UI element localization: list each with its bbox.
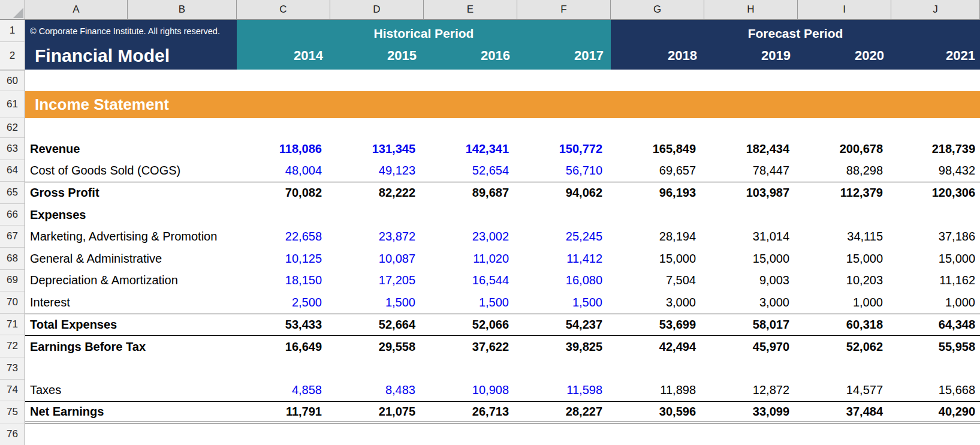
value-cell[interactable] (330, 204, 424, 226)
year-header-2017[interactable]: 2017 (517, 42, 611, 70)
value-cell[interactable]: 1,500 (517, 291, 611, 314)
row-header-74[interactable]: 74 (0, 380, 25, 402)
value-cell[interactable]: 89,687 (424, 182, 517, 204)
value-cell[interactable]: 78,447 (704, 160, 798, 182)
value-cell[interactable]: 1,500 (424, 291, 517, 314)
year-header-2014[interactable]: 2014 (237, 42, 330, 70)
row-label-cell[interactable]: Marketing, Advertising & Promotion (25, 225, 237, 248)
row-header-64[interactable]: 64 (0, 160, 25, 182)
value-cell[interactable]: 12,872 (704, 380, 798, 402)
value-cell[interactable]: 23,872 (330, 225, 424, 248)
value-cell[interactable]: 3,000 (704, 291, 798, 314)
value-cell[interactable]: 25,245 (517, 225, 611, 248)
value-cell[interactable]: 11,412 (517, 248, 611, 270)
value-cell[interactable]: 31,014 (704, 225, 798, 248)
year-header-2018[interactable]: 2018 (611, 42, 704, 70)
value-cell[interactable]: 7,504 (611, 270, 704, 292)
value-cell[interactable]: 200,678 (798, 138, 891, 160)
value-cell[interactable]: 3,000 (611, 291, 704, 314)
row-label-cell[interactable]: Cost of Goods Sold (COGS) (25, 160, 237, 182)
value-cell[interactable]: 120,306 (891, 182, 980, 204)
row-header-72[interactable]: 72 (0, 335, 25, 357)
row-header-60[interactable]: 60 (0, 71, 25, 91)
value-cell[interactable]: 39,825 (517, 336, 611, 357)
value-cell[interactable]: 55,958 (891, 336, 980, 357)
column-header-C[interactable]: C (237, 0, 330, 20)
row-label-cell[interactable]: Gross Profit (25, 182, 237, 204)
value-cell[interactable]: 53,433 (237, 314, 330, 336)
value-cell[interactable]: 10,203 (798, 270, 891, 292)
row-label-cell[interactable]: Total Expenses (25, 314, 237, 336)
column-header-J[interactable]: J (891, 0, 980, 20)
value-cell[interactable]: 11,020 (424, 248, 517, 270)
row-header-63[interactable]: 63 (0, 138, 25, 160)
value-cell[interactable]: 142,341 (424, 138, 517, 160)
value-cell[interactable]: 26,713 (424, 402, 517, 422)
value-cell[interactable]: 30,596 (611, 402, 704, 422)
value-cell[interactable]: 70,082 (237, 182, 330, 204)
value-cell[interactable]: 11,898 (611, 380, 704, 402)
row-header-71[interactable]: 71 (0, 314, 25, 336)
column-header-A[interactable]: A (25, 0, 128, 20)
value-cell[interactable]: 22,658 (237, 225, 330, 248)
value-cell[interactable]: 1,500 (330, 291, 424, 314)
value-cell[interactable]: 10,125 (237, 248, 330, 270)
value-cell[interactable]: 15,668 (891, 380, 980, 402)
value-cell[interactable]: 21,075 (330, 402, 424, 422)
value-cell[interactable]: 45,970 (704, 336, 798, 357)
row-label-cell[interactable]: Expenses (25, 204, 237, 226)
column-header-B[interactable]: B (128, 0, 237, 20)
value-cell[interactable]: 131,345 (330, 138, 424, 160)
value-cell[interactable]: 15,000 (891, 248, 980, 270)
value-cell[interactable]: 37,186 (891, 225, 980, 248)
row-header-66[interactable]: 66 (0, 204, 25, 226)
column-header-I[interactable]: I (798, 0, 891, 20)
row-header-69[interactable]: 69 (0, 270, 25, 292)
row-header-61[interactable]: 61 (0, 91, 25, 118)
row-header-1[interactable]: 1 (0, 20, 25, 42)
value-cell[interactable]: 18,150 (237, 270, 330, 292)
column-header-H[interactable]: H (704, 0, 798, 20)
value-cell[interactable]: 29,558 (330, 336, 424, 357)
value-cell[interactable]: 15,000 (611, 248, 704, 270)
value-cell[interactable]: 11,791 (237, 402, 330, 422)
column-header-D[interactable]: D (330, 0, 424, 20)
value-cell[interactable]: 150,772 (517, 138, 611, 160)
value-cell[interactable]: 94,062 (517, 182, 611, 204)
value-cell[interactable]: 10,908 (424, 380, 517, 402)
value-cell[interactable]: 64,348 (891, 314, 980, 336)
row-header-67[interactable]: 67 (0, 225, 25, 248)
value-cell[interactable]: 52,654 (424, 160, 517, 182)
value-cell[interactable]: 40,290 (891, 402, 980, 422)
value-cell[interactable]: 10,087 (330, 248, 424, 270)
value-cell[interactable] (798, 204, 891, 226)
row-header-73[interactable]: 73 (0, 357, 25, 380)
year-header-2020[interactable]: 2020 (798, 42, 891, 70)
value-cell[interactable]: 2,500 (237, 291, 330, 314)
value-cell[interactable]: 37,622 (424, 336, 517, 357)
value-cell[interactable]: 182,434 (704, 138, 798, 160)
value-cell[interactable] (237, 204, 330, 226)
value-cell[interactable]: 96,193 (611, 182, 704, 204)
row-header-68[interactable]: 68 (0, 248, 25, 270)
row-header-76[interactable]: 76 (0, 423, 25, 445)
row-header-75[interactable]: 75 (0, 401, 25, 423)
value-cell[interactable]: 69,657 (611, 160, 704, 182)
row-header-2[interactable]: 2 (0, 42, 25, 70)
value-cell[interactable]: 16,649 (237, 336, 330, 357)
row-label-cell[interactable]: Taxes (25, 380, 237, 402)
value-cell[interactable] (704, 204, 798, 226)
value-cell[interactable]: 37,484 (798, 402, 891, 422)
value-cell[interactable]: 118,086 (237, 138, 330, 160)
value-cell[interactable]: 11,598 (517, 380, 611, 402)
value-cell[interactable]: 34,115 (798, 225, 891, 248)
row-header-62[interactable]: 62 (0, 118, 25, 138)
value-cell[interactable]: 1,000 (798, 291, 891, 314)
value-cell[interactable]: 112,379 (798, 182, 891, 204)
column-header-F[interactable]: F (517, 0, 611, 20)
row-label-cell[interactable]: Earnings Before Tax (25, 336, 237, 357)
value-cell[interactable]: 52,066 (424, 314, 517, 336)
value-cell[interactable]: 1,000 (891, 291, 980, 314)
value-cell[interactable]: 14,577 (798, 380, 891, 402)
value-cell[interactable]: 218,739 (891, 138, 980, 160)
